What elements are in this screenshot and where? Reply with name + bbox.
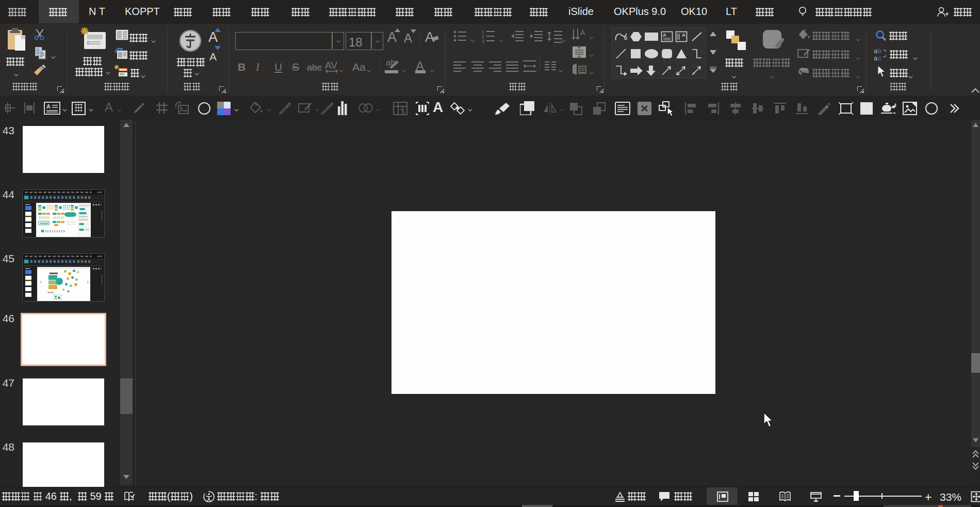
svg-text:A: A [46, 103, 51, 109]
svg-text:3: 3 [482, 39, 484, 43]
svg-text:a: a [874, 47, 878, 55]
svg-text:c: c [878, 54, 881, 61]
svg-text:b: b [878, 47, 881, 55]
svg-text:A: A [663, 32, 666, 38]
svg-text:A: A [580, 28, 585, 37]
svg-text:A: A [682, 32, 685, 38]
svg-text:a: a [874, 54, 878, 61]
